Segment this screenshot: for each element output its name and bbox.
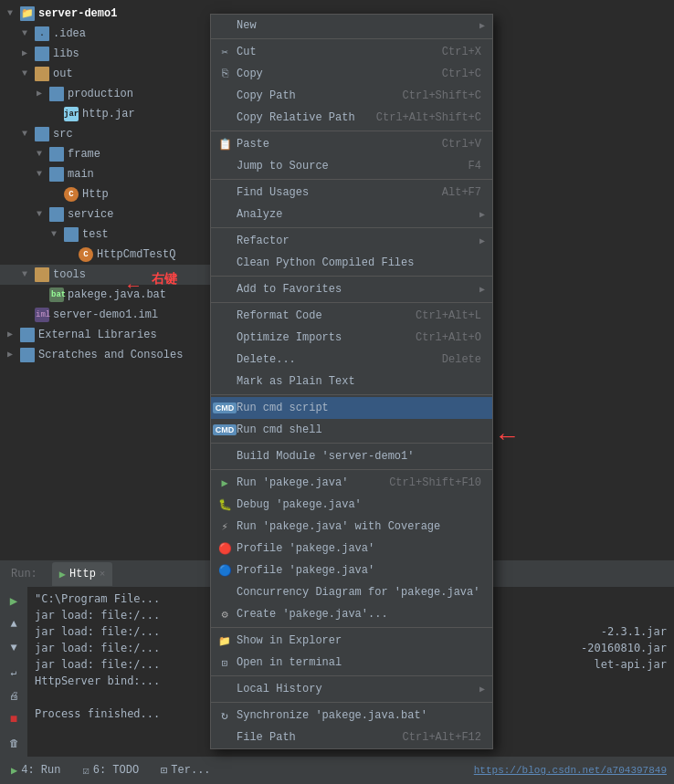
menu-item-analyze[interactable]: Analyze: [211, 204, 492, 225]
tree-item-service[interactable]: service: [0, 204, 210, 225]
menu-item-find-usages[interactable]: Find Usages Alt+F7: [211, 182, 492, 204]
tree-label: src: [53, 128, 73, 141]
java-icon: C: [64, 187, 79, 202]
menu-label: Cut: [237, 46, 257, 58]
coverage-icon: ⚡: [216, 518, 233, 535]
menu-item-new[interactable]: New: [211, 15, 492, 37]
menu-separator: [211, 627, 492, 628]
tree-item-server-iml[interactable]: iml server-demo1.iml: [0, 305, 210, 325]
menu-item-copy-path[interactable]: Copy Path Ctrl+Shift+C: [211, 85, 492, 107]
tree-item-idea[interactable]: . .idea: [0, 24, 210, 44]
menu-item-local-history[interactable]: Local History: [211, 678, 492, 700]
menu-item-cut[interactable]: ✂ Cut Ctrl+X: [211, 41, 492, 63]
menu-item-mark-plain[interactable]: Mark as Plain Text: [211, 371, 492, 392]
menu-item-delete[interactable]: Delete... Delete: [211, 349, 492, 371]
menu-item-run-pakege[interactable]: ▶ Run 'pakege.java' Ctrl+Shift+F10: [211, 472, 492, 494]
menu-label: Profile 'pakege.java': [237, 542, 374, 555]
run-print-btn[interactable]: 🖨: [4, 685, 24, 706]
menu-label: Synchronize 'pakege.java.bat': [237, 709, 427, 722]
menu-label: Open in terminal: [237, 656, 342, 669]
menu-item-create-pakege[interactable]: ⚙ Create 'pakege.java'...: [211, 603, 492, 625]
red-arrow-annotation: ←: [128, 276, 139, 297]
cmd-icon: CMD: [216, 400, 233, 416]
menu-item-synchronize[interactable]: ↻ Synchronize 'pakege.java.bat': [211, 705, 492, 727]
tree-arrow: [37, 208, 49, 221]
menu-item-build-module[interactable]: Build Module 'server-demo1': [211, 445, 492, 467]
status-url[interactable]: https://blog.csdn.net/a704397849: [474, 765, 667, 776]
menu-shortcut: Alt+F7: [442, 186, 481, 199]
tree-item-server-demo1[interactable]: 📁 server-demo1: [0, 4, 210, 24]
menu-label: Run 'pakege.java' with Coverage: [237, 520, 440, 533]
status-tab-todo[interactable]: ☑ 6: TODO: [79, 757, 142, 784]
tree-item-main[interactable]: main: [0, 164, 210, 184]
menu-label: Copy Relative Path: [237, 111, 355, 124]
menu-item-debug-pakege[interactable]: 🐛 Debug 'pakege.java': [211, 494, 492, 516]
folder-icon: [35, 127, 49, 141]
folder-icon: [49, 207, 64, 222]
run-clear-btn[interactable]: 🗑: [4, 733, 24, 753]
run-stop-btn[interactable]: ■: [4, 709, 24, 729]
copy-icon: ⎘: [216, 66, 233, 82]
tree-item-httpcmdtestq[interactable]: C HttpCmdTestQ: [0, 245, 210, 265]
menu-shortcut: F4: [469, 160, 481, 172]
menu-item-run-cmd-script[interactable]: CMD Run cmd script: [211, 397, 492, 419]
tree-arrow: [37, 168, 49, 181]
tab-http[interactable]: ▶ Http ×: [52, 562, 113, 586]
tree-item-test[interactable]: test: [0, 225, 210, 245]
run-label-text: Run:: [11, 568, 37, 580]
tree-item-pakege-bat[interactable]: bat pakege.java.bat: [0, 285, 210, 305]
status-tab-run[interactable]: ▶ 4: Run: [7, 757, 64, 784]
menu-separator: [211, 179, 492, 180]
menu-item-show-explorer[interactable]: 📁 Show in Explorer: [211, 630, 492, 652]
tree-item-src[interactable]: src: [0, 124, 210, 144]
menu-item-jump-source[interactable]: Jump to Source F4: [211, 155, 492, 177]
run-wrap-btn[interactable]: ↵: [4, 662, 24, 682]
run-sidebar: ▶ ▲ ▼ ↵ 🖨 ■ 🗑: [0, 587, 27, 757]
menu-item-concurrency[interactable]: Concurrency Diagram for 'pakege.java': [211, 581, 492, 603]
menu-item-paste[interactable]: 📋 Paste Ctrl+V: [211, 133, 492, 155]
menu-item-refactor[interactable]: Refactor: [211, 230, 492, 252]
menu-shortcut: Ctrl+Alt+F12: [403, 731, 481, 744]
run-tab-label: Http: [69, 568, 96, 580]
tree-item-scratches[interactable]: Scratches and Consoles: [0, 345, 210, 365]
tree-item-http-jar[interactable]: jar http.jar: [0, 104, 210, 124]
menu-shortcut: Ctrl+Alt+Shift+C: [376, 111, 481, 124]
menu-item-file-path[interactable]: File Path Ctrl+Alt+F12: [211, 727, 492, 748]
menu-label: Build Module 'server-demo1': [237, 450, 414, 463]
run-play-btn[interactable]: ▶: [4, 591, 24, 611]
tree-item-tools[interactable]: tools: [0, 265, 210, 285]
menu-item-copy[interactable]: ⎘ Copy Ctrl+C: [211, 63, 492, 85]
menu-item-run-cmd-shell[interactable]: CMD Run cmd shell: [211, 419, 492, 441]
run-up-btn[interactable]: ▲: [4, 614, 24, 634]
debug-icon: 🐛: [216, 497, 233, 513]
tree-item-frame[interactable]: frame: [0, 144, 210, 164]
menu-label: Jump to Source: [237, 160, 329, 172]
folder-icon: [35, 267, 49, 282]
tree-label: tools: [53, 268, 86, 281]
tree-label: Scratches and Consoles: [38, 349, 183, 361]
tree-item-ext-libs[interactable]: External Libraries: [0, 325, 210, 345]
menu-label: New: [237, 19, 257, 32]
menu-label: Create 'pakege.java'...: [237, 608, 388, 621]
tree-label: pakege.java.bat: [68, 288, 166, 301]
menu-item-profile2[interactable]: 🔵 Profile 'pakege.java': [211, 559, 492, 581]
menu-item-profile1[interactable]: 🔴 Profile 'pakege.java': [211, 538, 492, 559]
run-down-btn[interactable]: ▼: [4, 638, 24, 658]
folder-icon: [35, 47, 49, 61]
menu-label: Run cmd script: [237, 402, 329, 414]
tree-arrow: [22, 68, 35, 80]
tree-arrow: [22, 128, 35, 141]
menu-item-run-coverage[interactable]: ⚡ Run 'pakege.java' with Coverage: [211, 516, 492, 538]
close-icon[interactable]: ×: [100, 569, 106, 580]
tree-item-out[interactable]: out: [0, 64, 210, 84]
tree-item-http[interactable]: C Http: [0, 184, 210, 204]
menu-item-copy-relative[interactable]: Copy Relative Path Ctrl+Alt+Shift+C: [211, 107, 492, 129]
menu-label: Mark as Plain Text: [237, 375, 355, 388]
tree-item-production[interactable]: production: [0, 84, 210, 104]
menu-label: Concurrency Diagram for 'pakege.java': [237, 586, 479, 599]
menu-item-open-terminal[interactable]: ⊡ Open in terminal: [211, 652, 492, 674]
menu-item-clean-python: Clean Python Compiled Files: [211, 252, 492, 274]
tree-item-libs[interactable]: libs: [0, 44, 210, 64]
status-tab-terminal[interactable]: ⊡ Ter...: [157, 757, 214, 784]
menu-item-add-favorites[interactable]: Add to Favorites: [211, 278, 492, 300]
